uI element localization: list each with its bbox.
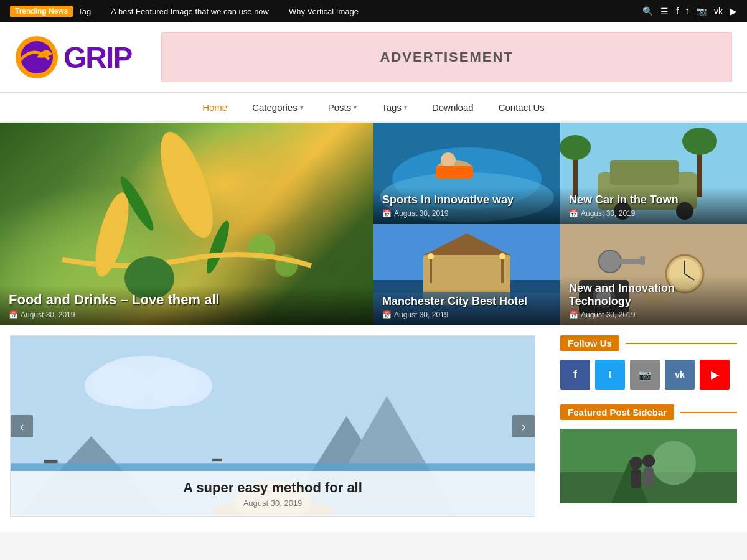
top-bar: Trending News Tag A best Featured Image … bbox=[0, 0, 747, 22]
hero-car-date: 📅 August 30, 2019 bbox=[569, 209, 738, 218]
featured-thumbnail[interactable] bbox=[560, 429, 737, 503]
nav-home[interactable]: Home bbox=[191, 98, 238, 116]
svg-point-47 bbox=[85, 366, 152, 406]
calendar-icon: 📅 bbox=[9, 310, 18, 319]
svg-point-62 bbox=[630, 457, 642, 469]
logo[interactable]: GRIP bbox=[15, 35, 131, 79]
svg-rect-65 bbox=[644, 467, 654, 486]
social-icons: f t 📷 vk ▶ bbox=[560, 360, 737, 390]
chevron-down-icon: ▾ bbox=[404, 104, 407, 111]
svg-rect-53 bbox=[44, 460, 58, 463]
calendar-icon: 📅 bbox=[569, 310, 578, 319]
hero-sports-title: Sports in innovative way bbox=[382, 194, 552, 207]
svg-rect-63 bbox=[631, 469, 641, 488]
youtube-button[interactable]: ▶ bbox=[700, 360, 730, 390]
nav-tags[interactable]: Tags ▾ bbox=[370, 98, 418, 116]
svg-point-19 bbox=[682, 128, 717, 155]
svg-rect-14 bbox=[436, 166, 473, 179]
news-item-3[interactable]: Why Vertical Image bbox=[289, 7, 359, 16]
hero-hotel-caption: Manchester City Best Hotel 📅 August 30, … bbox=[374, 289, 560, 325]
slider-date: August 30, 2019 bbox=[19, 498, 526, 508]
hero-sports-date: 📅 August 30, 2019 bbox=[382, 209, 552, 218]
trending-label: Trending News bbox=[10, 6, 73, 17]
header: GRIP ADVERTISEMENT bbox=[0, 22, 747, 93]
svg-point-31 bbox=[499, 253, 505, 259]
hero-hotel-date: 📅 August 30, 2019 bbox=[382, 310, 552, 319]
twitter-button[interactable]: t bbox=[595, 360, 625, 390]
hero-tech-date: 📅 August 30, 2019 bbox=[569, 310, 738, 319]
youtube-icon[interactable]: ▶ bbox=[730, 6, 737, 16]
calendar-icon: 📅 bbox=[382, 209, 392, 218]
hero-sports[interactable]: Sports in innovative way 📅 August 30, 20… bbox=[374, 123, 560, 224]
hero-tech-title: New and Innovation Technology bbox=[569, 282, 738, 308]
hero-tech-caption: New and Innovation Technology 📅 August 3… bbox=[560, 276, 747, 325]
follow-us-header: Follow Us bbox=[560, 335, 737, 351]
svg-rect-28 bbox=[430, 258, 432, 283]
svg-point-2 bbox=[150, 126, 223, 244]
nav-posts[interactable]: Posts ▾ bbox=[317, 98, 369, 116]
slider-title: A super easy method for all bbox=[19, 480, 526, 496]
svg-point-64 bbox=[642, 455, 655, 467]
instagram-button[interactable]: 📷 bbox=[630, 360, 660, 390]
hero-tech[interactable]: New and Innovation Technology 📅 August 3… bbox=[560, 224, 747, 325]
svg-point-29 bbox=[428, 253, 434, 259]
svg-point-48 bbox=[145, 366, 212, 406]
follow-us-title: Follow Us bbox=[560, 335, 619, 351]
main-nav: Home Categories ▾ Posts ▾ Tags ▾ Downloa… bbox=[0, 93, 747, 123]
chevron-down-icon: ▾ bbox=[354, 104, 357, 111]
divider bbox=[680, 412, 737, 413]
ad-banner: ADVERTISEMENT bbox=[161, 32, 732, 82]
hero-car[interactable]: New Car in the Town 📅 August 30, 2019 bbox=[560, 123, 747, 224]
calendar-icon: 📅 bbox=[382, 310, 392, 319]
slider-prev-button[interactable]: ‹ bbox=[11, 415, 33, 437]
nav-contact[interactable]: Contact Us bbox=[487, 98, 556, 116]
ad-banner-text: ADVERTISEMENT bbox=[380, 49, 514, 65]
hero-hotel[interactable]: Manchester City Best Hotel 📅 August 30, … bbox=[374, 224, 560, 325]
svg-point-34 bbox=[599, 250, 621, 273]
svg-point-17 bbox=[560, 135, 591, 160]
hero-main[interactable]: Food and Drinks – Love them all 📅 August… bbox=[0, 123, 374, 325]
slider-caption: A super easy method for all August 30, 2… bbox=[11, 471, 535, 516]
slider-next-button[interactable]: › bbox=[512, 415, 535, 437]
svg-rect-36 bbox=[640, 256, 645, 265]
vk-icon[interactable]: vk bbox=[714, 6, 723, 16]
news-item-1[interactable]: Tag bbox=[78, 7, 91, 16]
logo-text: GRIP bbox=[63, 40, 131, 75]
slider: A super easy method for all August 30, 2… bbox=[10, 335, 535, 517]
hero-hotel-title: Manchester City Best Hotel bbox=[382, 295, 552, 308]
calendar-icon: 📅 bbox=[569, 209, 578, 218]
nav-download[interactable]: Download bbox=[421, 98, 485, 116]
main-content: A super easy method for all August 30, 2… bbox=[0, 325, 747, 532]
svg-rect-54 bbox=[212, 459, 222, 461]
facebook-icon[interactable]: f bbox=[676, 6, 679, 16]
featured-sidebar-header: Featured Post Sidebar bbox=[560, 404, 737, 420]
hero-grid: Food and Drinks – Love them all 📅 August… bbox=[0, 123, 747, 325]
news-item-2[interactable]: A best Featured Image that we can use no… bbox=[111, 7, 269, 16]
svg-rect-30 bbox=[501, 258, 504, 283]
hero-car-title: New Car in the Town bbox=[569, 194, 738, 207]
svg-point-60 bbox=[652, 441, 696, 485]
twitter-icon[interactable]: t bbox=[686, 6, 688, 16]
svg-point-13 bbox=[441, 152, 456, 167]
hero-main-date: 📅 August 30, 2019 bbox=[9, 310, 365, 319]
sidebar: Follow Us f t 📷 vk ▶ Featured Post Sideb… bbox=[560, 325, 747, 517]
hero-car-caption: New Car in the Town 📅 August 30, 2019 bbox=[560, 187, 747, 224]
hero-main-title: Food and Drinks – Love them all bbox=[9, 292, 365, 308]
chevron-down-icon: ▾ bbox=[300, 104, 303, 111]
vk-button[interactable]: vk bbox=[665, 360, 695, 390]
divider bbox=[626, 343, 737, 344]
content-left: A super easy method for all August 30, 2… bbox=[0, 325, 545, 517]
featured-post-title: Featured Post Sidebar bbox=[560, 404, 674, 420]
nav-categories[interactable]: Categories ▾ bbox=[241, 98, 314, 116]
facebook-button[interactable]: f bbox=[560, 360, 590, 390]
top-bar-news: Tag A best Featured Image that we can us… bbox=[78, 7, 642, 16]
search-icon[interactable]: 🔍 bbox=[642, 6, 653, 16]
hero-sports-caption: Sports in innovative way 📅 August 30, 20… bbox=[374, 187, 560, 224]
svg-rect-21 bbox=[610, 160, 679, 185]
hero-main-caption: Food and Drinks – Love them all 📅 August… bbox=[0, 286, 374, 325]
menu-icon[interactable]: ☰ bbox=[660, 6, 669, 16]
instagram-icon[interactable]: 📷 bbox=[696, 6, 707, 16]
top-bar-icons: 🔍 ☰ f t 📷 vk ▶ bbox=[642, 6, 737, 16]
